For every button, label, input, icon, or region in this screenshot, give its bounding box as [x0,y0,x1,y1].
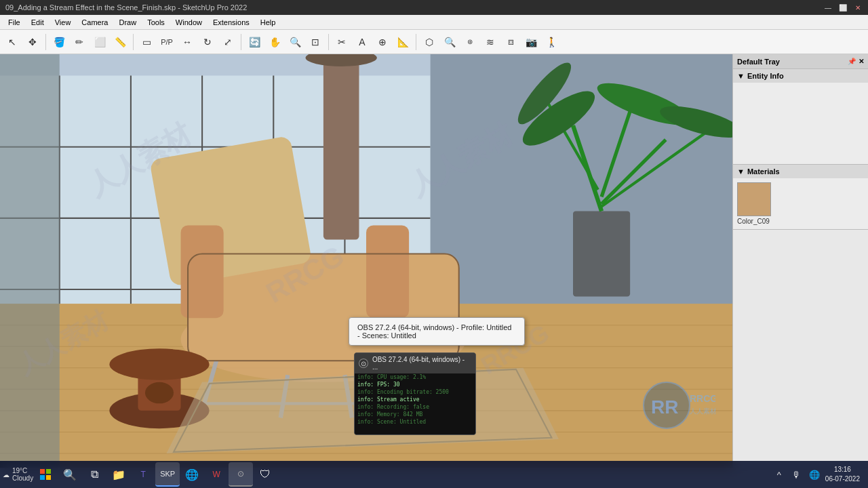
tray-pin-button[interactable]: 📌 [848,58,856,65]
taskbar-taskview-button[interactable]: ⧉ [82,462,106,487]
obs-preview-title: OBS 27.2.4 (64-bit, windows) - ... [372,356,471,371]
menu-file[interactable]: File [3,17,26,28]
move-tool[interactable]: ✥ [23,33,42,52]
svg-rect-46 [145,382,174,404]
materials-header[interactable]: ▼ Materials [733,165,868,178]
toolbar-sep-3 [241,34,241,50]
materials-section: ▼ Materials Color_C09 [733,165,868,230]
default-tray-header: Default Tray 📌 ✕ [733,54,868,69]
menu-help[interactable]: Help [255,17,281,28]
camera-toggle[interactable]: 📷 [521,33,540,52]
tape-measure-tool[interactable]: 📏 [111,33,130,52]
taskbar-clock[interactable]: 13:16 06-07-2022 [825,465,860,484]
obs-icon: ⊙ [359,359,368,368]
svg-rect-24 [366,225,409,318]
system-tray-expand[interactable]: ^ [772,468,786,481]
select-tool[interactable]: ↖ [3,33,22,52]
taskbar-search-button[interactable]: 🔍 [58,462,82,487]
obs-line-1: info: CPU usage: 2.1% [355,373,475,381]
minimize-button[interactable]: — [823,3,833,12]
svg-rect-60 [40,475,45,480]
toolbar-sep-1 [45,34,46,50]
obs-line-2: info: FPS: 30 [355,381,475,388]
main-area: 人人素材 RRCG 人人素材 RRCG 人人素材 OBS 27.2.4 (64-… [0,54,868,468]
taskbar-teams-button[interactable]: T [131,462,155,487]
clock-date: 06-07-2022 [825,474,860,484]
obs-line-4: info: Stream active [355,396,475,403]
svg-rect-41 [323,54,359,239]
pan-tool[interactable]: ✋ [265,33,284,52]
axes-tool[interactable]: ⊕ [373,33,392,52]
paint-bucket-tool[interactable]: 🪣 [50,33,68,52]
system-tray-mic[interactable]: 🎙 [790,468,804,481]
taskbar-sketchup-button[interactable]: SKP [155,462,180,487]
menu-draw[interactable]: Draw [113,17,142,28]
eraser-tool[interactable]: ⬜ [90,33,109,52]
materials-title: Materials [747,167,780,176]
svg-rect-31 [573,211,630,296]
close-button[interactable]: ✕ [853,3,863,12]
walk-tool[interactable]: 🚶 [542,33,561,52]
obs-line-6: info: Memory: 842 MB [355,411,475,418]
weather-temp: 19°C [12,467,33,474]
svg-rect-61 [46,475,51,480]
window-title: 09_Adding a Stream Effect in the Scene_F… [5,3,247,12]
weather-icon: ☁ [3,471,9,479]
materials-chevron: ▼ [737,167,745,176]
sandbox-tool[interactable]: ≋ [481,33,500,52]
menu-camera[interactable]: Camera [76,17,113,28]
obs-preview-content: info: CPU usage: 2.1% info: FPS: 30 info… [355,373,475,434]
clock-time: 13:16 [825,465,860,474]
weather-condition: Cloudy [12,474,33,482]
zoom-tool[interactable]: 🔍 [285,33,304,52]
obs-line-7: info: Scene: Untitled [355,418,475,426]
taskbar-wps-button[interactable]: W [204,462,229,487]
obs-tooltip-text: OBS 27.2.4 (64-bit, windows) - Profile: … [357,323,511,340]
components-tool[interactable]: ⬡ [420,33,439,52]
search-tool[interactable]: 🔍 [440,33,459,52]
titlebar: 09_Adding a Stream Effect in the Scene_F… [0,0,868,15]
taskbar: ☁ 19°C Cloudy 🔍 ⧉ 📁 T SKP 🌐 W ⊙ 🛡 ^ 🎙 🌐 … [0,461,868,488]
section-tool[interactable]: ✂ [332,33,351,52]
shapes-tool[interactable]: ▭ [137,33,156,52]
entity-info-header[interactable]: ▼ Entity Info [733,69,868,83]
tray-close-button[interactable]: ✕ [859,58,864,65]
obs-preview-panel[interactable]: ⊙ OBS 27.2.4 (64-bit, windows) - ... inf… [354,352,476,435]
taskbar-chrome-button[interactable]: 🌐 [180,462,204,487]
dimensions-tool[interactable]: 📐 [393,33,412,52]
menu-view[interactable]: View [50,17,77,28]
menu-window[interactable]: Window [170,17,208,28]
menubar: File Edit View Camera Draw Tools Window … [0,15,868,30]
titlebar-controls[interactable]: — ⬜ ✕ [823,3,863,12]
menu-edit[interactable]: Edit [26,17,50,28]
toolbar: ↖ ✥ 🪣 ✏ ⬜ 📏 ▭ P/P ↔ ↻ ⤢ 🔄 ✋ 🔍 ⊡ ✂ A ⊕ 📐 … [0,30,868,54]
offset-tool[interactable]: ↔ [178,33,197,52]
taskbar-explorer-button[interactable]: 📁 [106,462,131,487]
menu-tools[interactable]: Tools [142,17,170,28]
text-tool[interactable]: A [353,33,372,52]
3d-viewport[interactable]: 人人素材 RRCG 人人素材 RRCG 人人素材 OBS 27.2.4 (64-… [0,54,732,468]
material-swatch[interactable] [737,182,771,216]
scale-tool[interactable]: ⤢ [218,33,237,52]
svg-rect-59 [46,469,51,474]
profile-tool[interactable]: ⊛ [460,33,479,52]
obs-tooltip: OBS 27.2.4 (64-bit, windows) - Profile: … [349,317,525,346]
zoom-extents-tool[interactable]: ⊡ [306,33,325,52]
menu-extensions[interactable]: Extensions [208,17,255,28]
entity-info-content [733,83,868,164]
taskbar-obs-button[interactable]: ⊙ [229,462,253,487]
maximize-button[interactable]: ⬜ [838,3,848,12]
section-display[interactable]: ⧈ [501,33,520,52]
right-panel: Default Tray 📌 ✕ ▼ Entity Info ▼ Materia… [732,54,868,468]
obs-preview-header: ⊙ OBS 27.2.4 (64-bit, windows) - ... [355,353,475,373]
system-tray-network[interactable]: 🌐 [808,468,821,481]
rotate-tool[interactable]: ↻ [198,33,217,52]
orbit-tool[interactable]: 🔄 [245,33,264,52]
tray-controls[interactable]: 📌 ✕ [848,58,864,65]
default-tray-title: Default Tray [737,58,780,66]
scene-canvas: 人人素材 RRCG 人人素材 RRCG 人人素材 OBS 27.2.4 (64-… [0,54,732,468]
taskbar-shield-button[interactable]: 🛡 [253,462,277,487]
taskbar-start-button[interactable] [33,462,58,487]
pushpull-tool[interactable]: P/P [157,33,176,52]
line-tool[interactable]: ✏ [70,33,89,52]
